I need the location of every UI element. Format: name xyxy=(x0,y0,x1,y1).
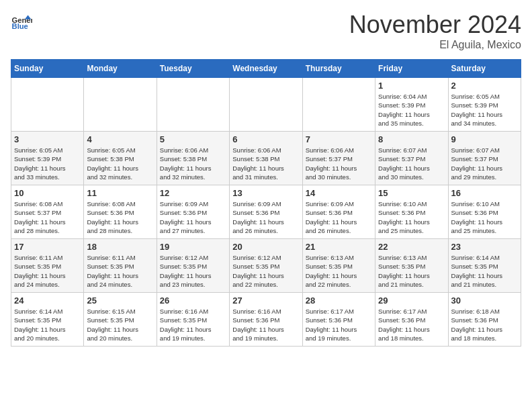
calendar-cell: 1Sunrise: 6:04 AM Sunset: 5:39 PM Daylig… xyxy=(375,78,448,132)
day-number: 25 xyxy=(87,295,153,306)
title-area: November 2024 El Aguila, Mexico xyxy=(349,11,521,51)
day-info: Sunrise: 6:09 AM Sunset: 5:36 PM Dayligh… xyxy=(232,199,299,235)
day-number: 5 xyxy=(160,134,226,144)
day-info: Sunrise: 6:11 AM Sunset: 5:35 PM Dayligh… xyxy=(14,253,81,289)
day-number: 19 xyxy=(160,242,226,252)
day-info: Sunrise: 6:11 AM Sunset: 5:35 PM Dayligh… xyxy=(87,253,153,289)
calendar-cell: 29Sunrise: 6:17 AM Sunset: 5:36 PM Dayli… xyxy=(375,293,448,347)
calendar-cell: 30Sunrise: 6:18 AM Sunset: 5:36 PM Dayli… xyxy=(448,293,521,347)
weekday-header-friday: Friday xyxy=(375,60,448,78)
day-info: Sunrise: 6:06 AM Sunset: 5:38 PM Dayligh… xyxy=(232,146,299,181)
day-number: 8 xyxy=(378,134,445,144)
day-number: 3 xyxy=(14,134,81,144)
day-number: 7 xyxy=(306,134,372,144)
logo: General Blue xyxy=(11,11,32,32)
day-info: Sunrise: 6:06 AM Sunset: 5:38 PM Dayligh… xyxy=(160,146,226,181)
calendar-cell: 21Sunrise: 6:13 AM Sunset: 5:35 PM Dayli… xyxy=(302,239,375,293)
calendar-cell: 4Sunrise: 6:05 AM Sunset: 5:38 PM Daylig… xyxy=(84,132,157,185)
day-number: 11 xyxy=(87,188,153,198)
day-info: Sunrise: 6:14 AM Sunset: 5:35 PM Dayligh… xyxy=(14,307,81,342)
calendar-cell: 26Sunrise: 6:16 AM Sunset: 5:35 PM Dayli… xyxy=(157,293,229,347)
day-info: Sunrise: 6:08 AM Sunset: 5:37 PM Dayligh… xyxy=(14,199,81,235)
calendar-cell: 27Sunrise: 6:16 AM Sunset: 5:36 PM Dayli… xyxy=(230,293,302,347)
weekday-header-tuesday: Tuesday xyxy=(157,60,229,78)
calendar-table: SundayMondayTuesdayWednesdayThursdayFrid… xyxy=(11,59,521,347)
day-info: Sunrise: 6:07 AM Sunset: 5:37 PM Dayligh… xyxy=(378,146,445,181)
day-number: 10 xyxy=(14,188,81,198)
calendar-cell: 17Sunrise: 6:11 AM Sunset: 5:35 PM Dayli… xyxy=(11,239,84,293)
day-number: 30 xyxy=(451,295,518,306)
calendar-cell: 12Sunrise: 6:09 AM Sunset: 5:36 PM Dayli… xyxy=(157,185,229,239)
day-info: Sunrise: 6:07 AM Sunset: 5:37 PM Dayligh… xyxy=(451,146,518,181)
calendar-cell: 23Sunrise: 6:14 AM Sunset: 5:35 PM Dayli… xyxy=(448,239,521,293)
calendar-cell xyxy=(157,78,229,132)
day-info: Sunrise: 6:16 AM Sunset: 5:36 PM Dayligh… xyxy=(232,307,299,342)
logo-icon: General Blue xyxy=(11,11,32,32)
month-title: November 2024 xyxy=(349,11,521,39)
page-header: General Blue November 2024 El Aguila, Me… xyxy=(11,11,521,51)
calendar-cell: 16Sunrise: 6:10 AM Sunset: 5:36 PM Dayli… xyxy=(448,185,521,239)
day-info: Sunrise: 6:06 AM Sunset: 5:37 PM Dayligh… xyxy=(306,146,372,181)
day-number: 21 xyxy=(306,242,372,252)
weekday-header-monday: Monday xyxy=(84,60,157,78)
calendar-cell: 28Sunrise: 6:17 AM Sunset: 5:36 PM Dayli… xyxy=(302,293,375,347)
day-info: Sunrise: 6:05 AM Sunset: 5:39 PM Dayligh… xyxy=(14,146,81,181)
day-number: 2 xyxy=(451,81,518,91)
day-info: Sunrise: 6:13 AM Sunset: 5:35 PM Dayligh… xyxy=(306,253,372,289)
calendar-cell: 11Sunrise: 6:08 AM Sunset: 5:36 PM Dayli… xyxy=(84,185,157,239)
day-info: Sunrise: 6:13 AM Sunset: 5:35 PM Dayligh… xyxy=(378,253,445,289)
calendar-cell xyxy=(11,78,84,132)
location-title: El Aguila, Mexico xyxy=(349,39,521,51)
calendar-cell xyxy=(302,78,375,132)
day-info: Sunrise: 6:17 AM Sunset: 5:36 PM Dayligh… xyxy=(378,307,445,342)
calendar-cell: 22Sunrise: 6:13 AM Sunset: 5:35 PM Dayli… xyxy=(375,239,448,293)
calendar-cell: 10Sunrise: 6:08 AM Sunset: 5:37 PM Dayli… xyxy=(11,185,84,239)
calendar-cell: 13Sunrise: 6:09 AM Sunset: 5:36 PM Dayli… xyxy=(230,185,302,239)
calendar-cell xyxy=(230,78,302,132)
day-info: Sunrise: 6:09 AM Sunset: 5:36 PM Dayligh… xyxy=(306,199,372,235)
calendar-cell: 25Sunrise: 6:15 AM Sunset: 5:35 PM Dayli… xyxy=(84,293,157,347)
day-info: Sunrise: 6:12 AM Sunset: 5:35 PM Dayligh… xyxy=(160,253,226,289)
day-number: 14 xyxy=(306,188,372,198)
calendar-cell: 14Sunrise: 6:09 AM Sunset: 5:36 PM Dayli… xyxy=(302,185,375,239)
day-number: 22 xyxy=(378,242,445,252)
day-number: 17 xyxy=(14,242,81,252)
calendar-cell: 2Sunrise: 6:05 AM Sunset: 5:39 PM Daylig… xyxy=(448,78,521,132)
calendar-cell xyxy=(84,78,157,132)
calendar-cell: 9Sunrise: 6:07 AM Sunset: 5:37 PM Daylig… xyxy=(448,132,521,185)
day-info: Sunrise: 6:05 AM Sunset: 5:38 PM Dayligh… xyxy=(87,146,153,181)
day-info: Sunrise: 6:16 AM Sunset: 5:35 PM Dayligh… xyxy=(160,307,226,342)
day-info: Sunrise: 6:17 AM Sunset: 5:36 PM Dayligh… xyxy=(306,307,372,342)
day-info: Sunrise: 6:12 AM Sunset: 5:35 PM Dayligh… xyxy=(232,253,299,289)
day-info: Sunrise: 6:10 AM Sunset: 5:36 PM Dayligh… xyxy=(378,199,445,235)
weekday-header-sunday: Sunday xyxy=(11,60,84,78)
day-number: 4 xyxy=(87,134,153,144)
calendar-cell: 18Sunrise: 6:11 AM Sunset: 5:35 PM Dayli… xyxy=(84,239,157,293)
day-number: 26 xyxy=(160,295,226,306)
calendar-cell: 7Sunrise: 6:06 AM Sunset: 5:37 PM Daylig… xyxy=(302,132,375,185)
day-info: Sunrise: 6:15 AM Sunset: 5:35 PM Dayligh… xyxy=(87,307,153,342)
day-number: 28 xyxy=(306,295,372,306)
day-number: 1 xyxy=(378,81,445,91)
day-number: 6 xyxy=(232,134,299,144)
day-number: 18 xyxy=(87,242,153,252)
calendar-cell: 15Sunrise: 6:10 AM Sunset: 5:36 PM Dayli… xyxy=(375,185,448,239)
calendar-cell: 8Sunrise: 6:07 AM Sunset: 5:37 PM Daylig… xyxy=(375,132,448,185)
calendar-cell: 20Sunrise: 6:12 AM Sunset: 5:35 PM Dayli… xyxy=(230,239,302,293)
day-number: 16 xyxy=(451,188,518,198)
day-number: 29 xyxy=(378,295,445,306)
calendar-cell: 24Sunrise: 6:14 AM Sunset: 5:35 PM Dayli… xyxy=(11,293,84,347)
day-number: 13 xyxy=(232,188,299,198)
day-number: 23 xyxy=(451,242,518,252)
day-info: Sunrise: 6:05 AM Sunset: 5:39 PM Dayligh… xyxy=(451,92,518,128)
calendar-cell: 5Sunrise: 6:06 AM Sunset: 5:38 PM Daylig… xyxy=(157,132,229,185)
weekday-header-wednesday: Wednesday xyxy=(230,60,302,78)
day-info: Sunrise: 6:14 AM Sunset: 5:35 PM Dayligh… xyxy=(451,253,518,289)
day-number: 15 xyxy=(378,188,445,198)
day-info: Sunrise: 6:10 AM Sunset: 5:36 PM Dayligh… xyxy=(451,199,518,235)
weekday-header-thursday: Thursday xyxy=(302,60,375,78)
calendar-cell: 19Sunrise: 6:12 AM Sunset: 5:35 PM Dayli… xyxy=(157,239,229,293)
calendar-cell: 3Sunrise: 6:05 AM Sunset: 5:39 PM Daylig… xyxy=(11,132,84,185)
day-number: 9 xyxy=(451,134,518,144)
day-number: 27 xyxy=(232,295,299,306)
